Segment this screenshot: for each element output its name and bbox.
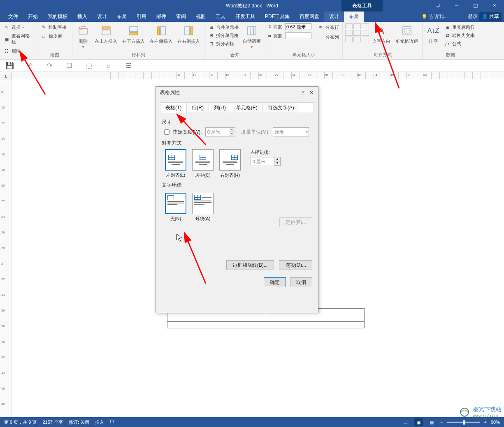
tab-view[interactable]: 视图 xyxy=(191,12,211,22)
tab-pdf[interactable]: PDF工具集 xyxy=(260,12,295,22)
qat-extra1-icon[interactable]: ☐ xyxy=(65,62,73,70)
cell-margins-button[interactable]: 单元格边距 xyxy=(394,23,420,45)
tab-layout[interactable]: 布局 xyxy=(112,12,132,22)
undo-icon[interactable]: ↶ xyxy=(26,62,34,70)
insert-above-button[interactable]: 在上方插入 xyxy=(93,23,119,45)
tab-templates[interactable]: 我的模板 xyxy=(43,12,72,22)
qat-extra3-icon[interactable]: ⌕ xyxy=(105,62,113,70)
align-bl-icon[interactable] xyxy=(345,37,353,42)
tab-review[interactable]: 审阅 xyxy=(171,12,191,22)
maximize-button[interactable] xyxy=(466,0,485,12)
select-button[interactable]: ↖选择▾ xyxy=(2,23,25,31)
read-mode-icon[interactable]: ▭ xyxy=(401,418,410,426)
align-bc-icon[interactable] xyxy=(353,37,361,42)
text-direction-button[interactable]: A文字方向 xyxy=(371,23,392,45)
cancel-button[interactable]: 取消 xyxy=(290,277,312,287)
specify-width-checkbox[interactable] xyxy=(164,129,170,135)
close-icon[interactable]: ✕ xyxy=(309,90,314,96)
align-mr-icon[interactable] xyxy=(362,30,369,36)
track-changes-status[interactable]: 修订: 关闭 xyxy=(69,419,89,425)
spin-down-icon[interactable]: ▼ xyxy=(274,162,280,166)
options-button[interactable]: 选项(O)... xyxy=(279,260,312,270)
tab-table-design[interactable]: 设计 xyxy=(324,12,344,22)
properties-button[interactable]: ☷属性 xyxy=(2,47,21,55)
align-tl-icon[interactable] xyxy=(345,23,353,29)
page-status[interactable]: 第 9 页，共 9 页 xyxy=(4,419,37,425)
align-ml-icon[interactable] xyxy=(345,30,353,36)
save-icon[interactable]: 💾 xyxy=(6,62,14,70)
dtab-alttext[interactable]: 可选文字(A) xyxy=(263,103,299,113)
help-button[interactable]: ? xyxy=(302,90,304,96)
split-cells-button[interactable]: ⊟拆分单元格 xyxy=(207,32,239,39)
split-table-button[interactable]: ⊡拆分表格 xyxy=(207,40,239,47)
tab-insert[interactable]: 插入 xyxy=(72,12,92,22)
sort-button[interactable]: A↓Z排序 xyxy=(425,23,441,45)
dtab-table[interactable]: 表格(T) xyxy=(160,103,187,113)
indent-spinner[interactable]: ▲▼ xyxy=(251,157,281,166)
border-shading-button[interactable]: 边框和底纹(B)... xyxy=(226,260,274,270)
tab-baidu[interactable]: 百度网盘 xyxy=(295,12,324,22)
align-center-option[interactable] xyxy=(192,149,214,171)
insert-right-button[interactable]: 在右侧插入 xyxy=(176,23,202,45)
tab-selector[interactable]: L xyxy=(1,73,12,80)
redo-icon[interactable]: ↷ xyxy=(45,62,53,70)
formula-button[interactable]: ƒx公式 xyxy=(443,40,476,47)
ribbon-options-icon[interactable] xyxy=(428,0,447,12)
tab-design[interactable]: 设计 xyxy=(92,12,112,22)
qat-extra2-icon[interactable]: ⬚ xyxy=(85,62,93,70)
print-layout-icon[interactable]: ▣ xyxy=(414,418,423,426)
unit-combo[interactable]: 厘米▾ xyxy=(273,127,309,136)
delete-button[interactable]: 删除▾ xyxy=(75,23,91,50)
tab-file[interactable]: 文件 xyxy=(3,12,23,22)
insert-below-button[interactable]: 在下方插入 xyxy=(121,23,146,45)
distribute-cols-button[interactable]: ||分布列 xyxy=(316,33,340,41)
align-mc-icon[interactable] xyxy=(353,30,361,36)
height-input[interactable] xyxy=(285,23,311,30)
zoom-slider[interactable] xyxy=(447,422,480,423)
zoom-in-button[interactable]: + xyxy=(484,420,487,425)
vertical-ruler[interactable]: L 81012141618202224262833234363840424446… xyxy=(0,72,12,417)
web-layout-icon[interactable]: ▤ xyxy=(427,418,436,426)
draw-table-button[interactable]: ✎绘制表格 xyxy=(39,23,67,31)
qat-extra4-icon[interactable]: ☰ xyxy=(124,62,132,70)
width-input[interactable] xyxy=(285,32,311,39)
zoom-out-button[interactable]: − xyxy=(440,420,443,425)
close-button[interactable] xyxy=(485,0,504,12)
tab-references[interactable]: 引用 xyxy=(132,12,151,22)
horizontal-ruler[interactable]: 10121416182022242628303234363840 xyxy=(12,72,504,79)
width-spinner[interactable]: ▲▼ xyxy=(205,127,235,136)
dtab-row[interactable]: 行(R) xyxy=(187,103,209,113)
align-tr-icon[interactable] xyxy=(362,23,369,29)
tab-home[interactable]: 开始 xyxy=(23,12,43,22)
convert-text-button[interactable]: ⇄转换为文本 xyxy=(443,32,476,39)
tab-tools[interactable]: 工具 xyxy=(211,12,230,22)
distribute-rows-button[interactable]: ≡分布行 xyxy=(316,23,340,31)
align-br-icon[interactable] xyxy=(362,37,369,42)
wrap-around-option[interactable] xyxy=(192,193,214,214)
insert-left-button[interactable]: 在左侧插入 xyxy=(148,23,174,45)
tab-dev[interactable]: 开发工具 xyxy=(230,12,260,22)
repeat-header-button[interactable]: ⊞重复标题行 xyxy=(443,23,476,31)
ok-button[interactable]: 确定 xyxy=(264,277,286,287)
view-gridlines-button[interactable]: ▦查看网格线 xyxy=(2,32,34,46)
spin-up-icon[interactable]: ▲ xyxy=(274,157,280,162)
align-tc-icon[interactable] xyxy=(353,23,361,29)
share-button[interactable]: 👤 共享 xyxy=(479,12,502,21)
login-link[interactable]: 登录 xyxy=(468,13,478,20)
minimize-button[interactable] xyxy=(447,0,466,12)
dtab-cell[interactable]: 单元格(E) xyxy=(231,103,263,113)
spin-up-icon[interactable]: ▲ xyxy=(229,128,235,132)
indent-value-input[interactable] xyxy=(251,158,274,165)
autofit-button[interactable]: 自动调整▾ xyxy=(241,23,262,50)
wrap-none-option[interactable] xyxy=(165,193,186,214)
zoom-level[interactable]: 90% xyxy=(491,420,500,425)
tell-me[interactable]: 💡 告诉我... xyxy=(421,13,448,20)
align-left-option[interactable] xyxy=(165,149,186,171)
insert-mode[interactable]: 插入 xyxy=(95,419,104,425)
dtab-col[interactable]: 列(U) xyxy=(209,103,231,113)
align-right-option[interactable] xyxy=(219,149,241,171)
width-value-input[interactable] xyxy=(206,129,229,135)
tab-mailings[interactable]: 邮件 xyxy=(151,12,171,22)
merge-cells-button[interactable]: ⊞合并单元格 xyxy=(207,23,239,31)
word-count[interactable]: 2157 个字 xyxy=(42,419,63,425)
